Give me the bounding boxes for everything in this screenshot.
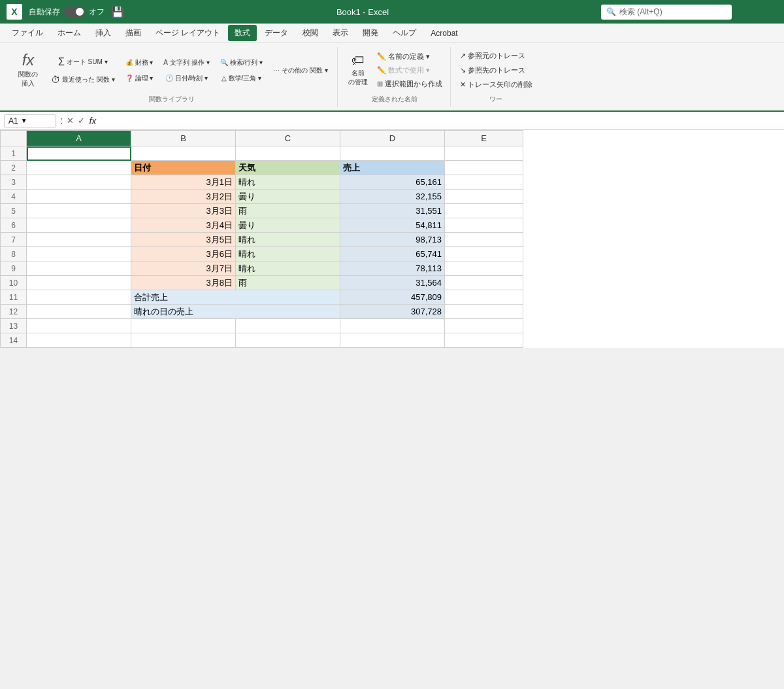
ribbon-btn-other[interactable]: ⋯ その他の 関数 ▾	[269, 63, 332, 78]
cell-a13[interactable]	[27, 319, 131, 333]
cell-d5[interactable]: 31,551	[340, 204, 445, 218]
cancel-formula-icon[interactable]: ✕	[67, 116, 74, 126]
cell-b6[interactable]: 3月4日	[131, 218, 236, 233]
cell-e9[interactable]	[445, 261, 523, 276]
cell-c7[interactable]: 晴れ	[236, 233, 340, 247]
cell-e2[interactable]	[445, 161, 523, 175]
cell-b9[interactable]: 3月7日	[131, 261, 236, 276]
cell-b2[interactable]: 日付	[131, 161, 236, 175]
cell-c14[interactable]	[236, 333, 340, 348]
cell-e13[interactable]	[445, 319, 523, 333]
cell-a7[interactable]	[27, 233, 131, 247]
ribbon-btn-lookup[interactable]: 🔍 検索/行列 ▾	[216, 56, 267, 70]
cell-d2[interactable]: 売上	[340, 161, 445, 175]
menu-formula[interactable]: 数式	[228, 25, 257, 41]
cell-a5[interactable]	[27, 204, 131, 218]
menu-page-layout[interactable]: ページ レイアウト	[149, 25, 227, 41]
cell-b11[interactable]: 合計売上	[131, 290, 340, 305]
cell-a8[interactable]	[27, 247, 131, 261]
cell-a11[interactable]	[27, 290, 131, 305]
ribbon-btn-logical[interactable]: ❓ 論理 ▾	[122, 71, 157, 86]
cell-d13[interactable]	[340, 319, 445, 333]
cell-e3[interactable]	[445, 175, 523, 190]
cell-b1[interactable]	[131, 146, 236, 161]
menu-help[interactable]: ヘルプ	[386, 25, 423, 41]
menu-insert[interactable]: 挿入	[89, 25, 118, 41]
menu-review[interactable]: 校閲	[296, 25, 325, 41]
ribbon-btn-define-name[interactable]: ✏️ 名前の定義 ▾	[374, 50, 445, 63]
ribbon-btn-financial[interactable]: 💰 財務 ▾	[122, 56, 157, 70]
ribbon-btn-trace-pre[interactable]: ↗ 参照元のトレース	[457, 50, 535, 62]
cell-d11[interactable]: 457,809	[340, 290, 445, 305]
cell-b7[interactable]: 3月5日	[131, 233, 236, 247]
search-box[interactable]: 🔍 検索 (Alt+Q)	[601, 5, 732, 20]
cell-e4[interactable]	[445, 190, 523, 204]
cell-d9[interactable]: 78,113	[340, 261, 445, 276]
cell-c2[interactable]: 天気	[236, 161, 340, 175]
menu-data[interactable]: データ	[258, 25, 295, 41]
ribbon-btn-from-select[interactable]: ⊞ 選択範囲から作成	[374, 78, 445, 90]
col-header-d[interactable]: D	[340, 131, 445, 146]
col-header-e[interactable]: E	[445, 131, 523, 146]
cell-d10[interactable]: 31,564	[340, 276, 445, 290]
cell-c13[interactable]	[236, 319, 340, 333]
autosave-toggle[interactable]	[64, 7, 85, 17]
cell-e10[interactable]	[445, 276, 523, 290]
cell-a12[interactable]	[27, 305, 131, 319]
menu-home[interactable]: ホーム	[51, 25, 88, 41]
cell-d14[interactable]	[340, 333, 445, 348]
ribbon-btn-use-formula[interactable]: ✏️ 数式で使用 ▾	[374, 64, 445, 76]
ribbon-btn-remove-arrows[interactable]: ✕ トレース矢印の削除	[457, 78, 535, 91]
cell-a10[interactable]	[27, 276, 131, 290]
col-header-b[interactable]: B	[131, 131, 236, 146]
cell-c6[interactable]: 曇り	[236, 218, 340, 233]
cell-d8[interactable]: 65,741	[340, 247, 445, 261]
cell-b12[interactable]: 晴れの日の売上	[131, 305, 340, 319]
cell-c1[interactable]	[236, 146, 340, 161]
cell-b14[interactable]	[131, 333, 236, 348]
menu-develop[interactable]: 開発	[356, 25, 385, 41]
cell-d3[interactable]: 65,161	[340, 175, 445, 190]
save-icon[interactable]: 💾	[111, 6, 124, 18]
cell-a14[interactable]	[27, 333, 131, 348]
cell-a1[interactable]	[27, 146, 131, 161]
ribbon-btn-trace-dep[interactable]: ↘ 参照先のトレース	[457, 64, 535, 76]
cell-c5[interactable]: 雨	[236, 204, 340, 218]
menu-view[interactable]: 表示	[326, 25, 355, 41]
cell-a6[interactable]	[27, 218, 131, 233]
menu-acrobat[interactable]: Acrobat	[424, 26, 464, 41]
cell-b13[interactable]	[131, 319, 236, 333]
cell-e5[interactable]	[445, 204, 523, 218]
cell-c8[interactable]: 晴れ	[236, 247, 340, 261]
ribbon-btn-text[interactable]: A 文字列 操作 ▾	[159, 56, 213, 70]
cell-a3[interactable]	[27, 175, 131, 190]
cell-e6[interactable]	[445, 218, 523, 233]
ribbon-btn-name-mgr[interactable]: 🏷 名前の管理	[344, 51, 372, 90]
cell-d7[interactable]: 98,713	[340, 233, 445, 247]
cell-b5[interactable]: 3月3日	[131, 204, 236, 218]
cell-name-box[interactable]: A1 ▼	[4, 114, 56, 127]
menu-file[interactable]: ファイル	[5, 25, 50, 41]
ribbon-btn-datetime[interactable]: 🕐 日付/時刻 ▾	[159, 71, 213, 86]
cell-c10[interactable]: 雨	[236, 276, 340, 290]
cell-c9[interactable]: 晴れ	[236, 261, 340, 276]
cell-e7[interactable]	[445, 233, 523, 247]
cell-d4[interactable]: 32,155	[340, 190, 445, 204]
col-header-c[interactable]: C	[236, 131, 340, 146]
cell-d12[interactable]: 307,728	[340, 305, 445, 319]
cell-b8[interactable]: 3月6日	[131, 247, 236, 261]
cell-b10[interactable]: 3月8日	[131, 276, 236, 290]
ribbon-btn-autosum[interactable]: Σ オート SUM ▾	[47, 54, 119, 71]
ribbon-btn-math[interactable]: △ 数学/三角 ▾	[216, 71, 267, 86]
cell-e1[interactable]	[445, 146, 523, 161]
cell-e11[interactable]	[445, 290, 523, 305]
dropdown-arrow[interactable]: ▼	[21, 117, 27, 124]
cell-a4[interactable]	[27, 190, 131, 204]
menu-draw[interactable]: 描画	[119, 25, 148, 41]
ribbon-btn-insert-function[interactable]: fx 関数の挿入	[12, 50, 44, 91]
cell-e8[interactable]	[445, 247, 523, 261]
cell-b3[interactable]: 3月1日	[131, 175, 236, 190]
cell-c4[interactable]: 曇り	[236, 190, 340, 204]
cell-b4[interactable]: 3月2日	[131, 190, 236, 204]
cell-e12[interactable]	[445, 305, 523, 319]
